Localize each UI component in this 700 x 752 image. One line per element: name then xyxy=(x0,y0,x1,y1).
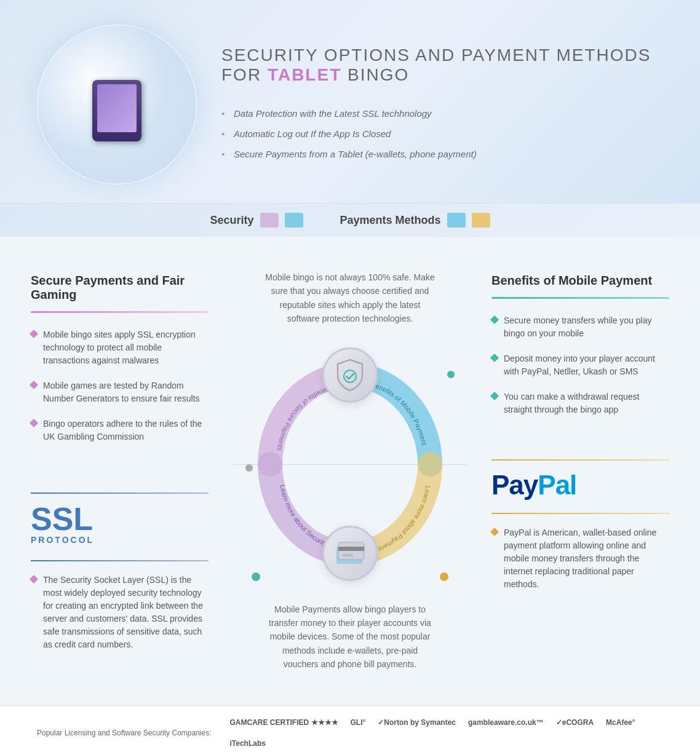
diamond-teal-2 xyxy=(490,354,499,362)
diamond-icon-1 xyxy=(30,330,38,338)
security-color-1 xyxy=(260,213,279,228)
right-bullet-3: You can make a withdrawal request straig… xyxy=(491,390,669,416)
left-column: Secure Payments and Fair Gaming Mobile b… xyxy=(25,261,227,681)
payments-label: Payments Methods xyxy=(340,214,441,227)
header-section: SECURITY OPTIONS AND PAYMENT METHODS FOR… xyxy=(0,0,700,203)
benefits-title: Benefits of Mobile Payment xyxy=(491,274,669,288)
diamond-teal-3 xyxy=(490,392,499,400)
globe-container xyxy=(37,25,197,184)
page-title: SECURITY OPTIONS AND PAYMENT METHODS FOR… xyxy=(221,46,663,85)
center-column: Mobile bingo is not always 100% safe. Ma… xyxy=(227,261,473,681)
left-bullet-2: Mobile games are tested by Random Number… xyxy=(31,379,209,405)
footer-logos: GAMCARE CERTIFIED ★★★★ GLI° ✓Norton by S… xyxy=(230,718,664,748)
diamond-teal-1 xyxy=(490,315,499,324)
itechlabs-logo: iTechLabs xyxy=(230,739,266,748)
arc-diagram: Benefits of Secure Payments Learn more a… xyxy=(233,341,467,587)
mcafee-logo: McAfee° xyxy=(606,718,635,727)
security-color-2 xyxy=(285,213,303,228)
secure-payments-title: Secure Payments and Fair Gaming xyxy=(31,274,209,302)
globe-decoration xyxy=(37,25,197,184)
footer-bar: Popular Licensing and Software Security … xyxy=(0,705,700,752)
left-bullet-1: Mobile bingo sites apply SSL encryption … xyxy=(31,328,209,367)
shield-circle xyxy=(322,347,378,403)
card-circle xyxy=(322,526,378,581)
right-bullet-2: Deposit money into your player account w… xyxy=(491,352,669,378)
security-label: Security xyxy=(210,214,253,227)
ssl-subtitle: PROTOCOL xyxy=(31,535,209,545)
header-bullet-list: Data Protection with the Latest SSL tech… xyxy=(221,103,663,164)
norton-logo: ✓Norton by Symantec xyxy=(378,718,456,727)
shield-icon-container xyxy=(322,347,378,403)
header-bullet-2: Automatic Log out If the App Is Closed xyxy=(221,124,663,144)
paypal-description: PayPal is American, wallet-based online … xyxy=(491,526,669,591)
paypal-divider xyxy=(491,459,669,461)
security-legend: Security xyxy=(210,213,303,228)
gamcare-logo: GAMCARE CERTIFIED ★★★★ xyxy=(230,718,338,727)
main-content: Secure Payments and Fair Gaming Mobile b… xyxy=(0,237,700,705)
diamond-icon-4 xyxy=(30,575,38,584)
ssl-divider-2 xyxy=(31,560,209,561)
center-top-text: Mobile bingo is not always 100% safe. Ma… xyxy=(252,261,448,335)
diamond-gold-1 xyxy=(490,528,499,536)
footer-label: Popular Licensing and Software Security … xyxy=(37,729,212,737)
card-icon-container xyxy=(322,526,378,581)
tablet-device-icon xyxy=(92,80,141,141)
paypal-logo: PayPal xyxy=(491,470,669,501)
gli-logo: GLI° xyxy=(351,718,366,727)
header-bullet-3: Secure Payments from a Tablet (e-wallets… xyxy=(221,144,663,164)
svg-rect-8 xyxy=(338,547,364,551)
main-grid: Secure Payments and Fair Gaming Mobile b… xyxy=(0,261,700,681)
diamond-icon-3 xyxy=(30,419,38,427)
header-bullet-1: Data Protection with the Latest SSL tech… xyxy=(221,103,663,124)
header-content: SECURITY OPTIONS AND PAYMENT METHODS FOR… xyxy=(221,46,663,164)
gambleaware-logo: gambleaware.co.uk™ xyxy=(468,718,544,727)
legend-bar: Security Payments Methods xyxy=(0,203,700,237)
right-bullet-1: Secure money transfers while you play bi… xyxy=(491,314,669,340)
center-bottom-text: Mobile Payments allow bingo players to t… xyxy=(252,593,448,681)
ssl-description: The Security Socket Layer (SSL) is the m… xyxy=(31,574,209,651)
ssl-title: SSL xyxy=(31,503,209,535)
left-divider xyxy=(31,311,209,313)
right-divider-top xyxy=(491,297,669,299)
ssl-divider xyxy=(31,493,209,494)
left-bullet-3: Bingo operators adhere to the rules of t… xyxy=(31,418,209,443)
paypal-divider-2 xyxy=(491,513,669,514)
ecogra-logo: ✓eCOGRA xyxy=(556,718,594,727)
svg-rect-9 xyxy=(342,554,353,556)
diamond-icon-2 xyxy=(30,381,38,389)
payments-color-1 xyxy=(447,213,466,228)
payments-legend: Payments Methods xyxy=(340,213,490,228)
right-column: Benefits of Mobile Payment Secure money … xyxy=(473,261,675,681)
payments-color-2 xyxy=(472,213,490,228)
